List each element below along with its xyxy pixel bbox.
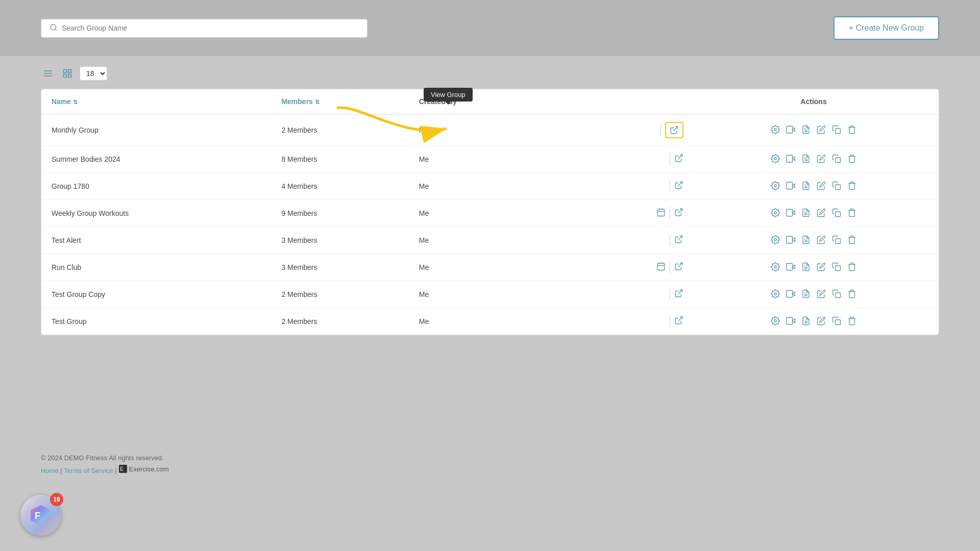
- video-icon[interactable]: [786, 181, 795, 192]
- row-members: 4 Members: [271, 173, 408, 200]
- document-icon[interactable]: [801, 262, 811, 273]
- row-members: 3 Members: [271, 227, 408, 254]
- copy-icon[interactable]: [832, 262, 841, 273]
- view-group-icon[interactable]: [674, 235, 683, 246]
- view-group-icon[interactable]: [674, 316, 683, 327]
- row-members: 3 Members: [271, 254, 408, 281]
- video-icon[interactable]: [786, 208, 795, 219]
- delete-icon[interactable]: [847, 289, 856, 300]
- separator: [670, 315, 670, 328]
- delete-icon[interactable]: [847, 125, 856, 136]
- view-group-icon[interactable]: [674, 289, 683, 300]
- video-icon[interactable]: [786, 262, 795, 273]
- document-icon[interactable]: [801, 235, 811, 246]
- svg-line-23: [678, 290, 682, 294]
- settings-icon[interactable]: [771, 181, 780, 192]
- edit-icon[interactable]: [817, 289, 826, 300]
- row-members: 8 Members: [271, 146, 408, 173]
- edit-icon[interactable]: [817, 235, 826, 246]
- separator: [670, 234, 670, 246]
- delete-icon[interactable]: [847, 235, 856, 246]
- document-icon[interactable]: [801, 208, 811, 219]
- footer-tos-link[interactable]: Terms of Service: [64, 467, 113, 474]
- row-members: 2 Members: [271, 281, 408, 308]
- video-icon[interactable]: [786, 154, 795, 165]
- copy-icon[interactable]: [832, 181, 841, 192]
- edit-icon[interactable]: [817, 154, 826, 165]
- row-actions: [689, 281, 939, 308]
- row-name: Test Group: [41, 308, 271, 335]
- svg-point-0: [51, 24, 56, 30]
- edit-icon[interactable]: [817, 181, 826, 192]
- per-page-select[interactable]: 18 10 25 50: [80, 66, 107, 81]
- edit-icon[interactable]: [817, 208, 826, 219]
- row-created-by: Me: [409, 254, 546, 281]
- copy-icon[interactable]: [832, 125, 841, 136]
- video-icon[interactable]: [786, 316, 795, 327]
- document-icon[interactable]: [801, 154, 811, 165]
- col-members[interactable]: Members ⇅: [271, 89, 408, 114]
- view-group-icon[interactable]: [665, 122, 683, 138]
- delete-icon[interactable]: [847, 181, 856, 192]
- row-actions: [689, 227, 939, 254]
- svg-line-10: [678, 155, 682, 159]
- copy-icon[interactable]: [832, 235, 841, 246]
- search-input[interactable]: [62, 24, 359, 32]
- svg-rect-5: [64, 70, 67, 73]
- table-row: Run Club3 MembersMe: [41, 254, 939, 281]
- row-created-by: Me: [409, 200, 546, 227]
- create-new-group-button[interactable]: + Create New Group: [834, 16, 939, 40]
- settings-icon[interactable]: [771, 262, 780, 273]
- video-icon[interactable]: [786, 235, 795, 246]
- settings-icon[interactable]: [771, 154, 780, 165]
- row-name: Summer Bodies 2024: [41, 146, 271, 173]
- svg-rect-7: [64, 74, 67, 78]
- view-group-icon[interactable]: [674, 154, 683, 165]
- svg-line-11: [678, 182, 682, 186]
- calendar-icon[interactable]: [656, 262, 666, 273]
- delete-icon[interactable]: [847, 208, 856, 219]
- row-created-by: Me: [409, 308, 546, 335]
- edit-icon[interactable]: [817, 262, 826, 273]
- svg-rect-18: [657, 263, 665, 270]
- view-group-icon[interactable]: [674, 262, 683, 273]
- row-actions: [689, 173, 939, 200]
- copy-icon[interactable]: [832, 289, 841, 300]
- list-view-icon[interactable]: [41, 66, 55, 81]
- grid-view-icon[interactable]: [60, 66, 75, 81]
- copy-icon[interactable]: [832, 316, 841, 327]
- svg-line-22: [678, 263, 682, 267]
- document-icon[interactable]: [801, 181, 811, 192]
- calendar-icon[interactable]: [656, 208, 666, 219]
- settings-icon[interactable]: [771, 316, 780, 327]
- delete-icon[interactable]: [847, 262, 856, 273]
- table-row: Monthly Group2 MembersMe: [41, 114, 939, 146]
- settings-icon[interactable]: [771, 235, 780, 246]
- view-group-icon[interactable]: [674, 181, 683, 192]
- document-icon[interactable]: [801, 125, 811, 136]
- document-icon[interactable]: [801, 316, 811, 327]
- row-actions: [689, 254, 939, 281]
- edit-icon[interactable]: [817, 316, 826, 327]
- edit-icon[interactable]: [817, 125, 826, 136]
- video-icon[interactable]: [786, 289, 795, 300]
- delete-icon[interactable]: [847, 154, 856, 165]
- view-group-icon[interactable]: [674, 208, 683, 219]
- settings-icon[interactable]: [771, 208, 780, 219]
- video-icon[interactable]: [786, 125, 795, 136]
- copy-icon[interactable]: [832, 208, 841, 219]
- svg-line-9: [674, 127, 678, 131]
- row-members: 9 Members: [271, 200, 408, 227]
- footer: © 2024 DEMO Fitness All rights reserved.…: [0, 439, 980, 490]
- copy-icon[interactable]: [832, 154, 841, 165]
- notification-badge: 19: [50, 493, 63, 506]
- search-box[interactable]: [41, 19, 368, 38]
- app-icon[interactable]: 19 F: [20, 495, 61, 536]
- footer-home-link[interactable]: Home: [41, 467, 59, 474]
- settings-icon[interactable]: [771, 125, 780, 136]
- settings-icon[interactable]: [771, 289, 780, 300]
- document-icon[interactable]: [801, 289, 811, 300]
- table-row: Test Group2 MembersMe: [41, 308, 939, 335]
- col-name[interactable]: Name ⇅: [41, 89, 271, 114]
- delete-icon[interactable]: [847, 316, 856, 327]
